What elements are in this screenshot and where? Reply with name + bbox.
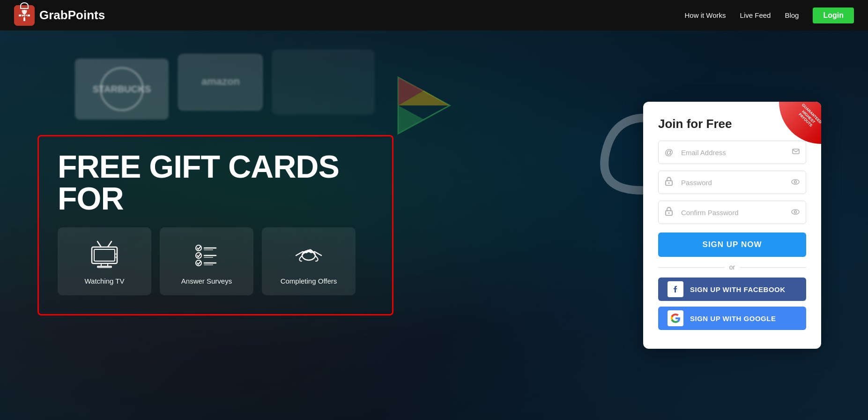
email-input[interactable] [658,141,806,164]
signup-button[interactable]: SIGN UP NOW [658,232,806,257]
email-right-icon [792,148,800,157]
facebook-btn-label: SIGN UP WITH FACEBOOK [690,285,786,293]
svg-point-21 [115,256,117,258]
password-right-icon [791,178,800,187]
activity-label-completing-offers: Completing Offers [281,277,337,285]
svg-point-40 [794,211,797,213]
headline-for: FOR [58,182,124,214]
svg-point-22 [196,245,201,251]
activity-label-watching-tv: Watching TV [84,277,124,285]
svg-text:GP: GP [21,14,28,19]
facebook-icon [668,281,683,297]
activity-card-answer-surveys[interactable]: Answer Surveys [160,227,253,295]
svg-rect-32 [793,149,799,154]
activity-label-answer-surveys: Answer Surveys [181,277,232,285]
logo-area: GP GrabPoints [14,5,105,26]
confirm-password-lock-icon [665,207,673,218]
hero-section: STARBUCKS amazon FREE GIFT CARDS [0,30,868,420]
password-input[interactable] [658,171,806,194]
svg-line-18 [97,241,101,247]
google-icon [668,310,683,326]
login-button[interactable]: Login [813,8,854,23]
svg-point-20 [115,253,117,255]
svg-rect-17 [97,266,111,268]
activity-card-completing-offers[interactable]: Completing Offers [262,227,356,295]
svg-point-28 [196,260,201,266]
signup-section: GUARANTEED HIGHEST PAYOUTS Join for Free… [643,102,821,349]
svg-point-34 [668,182,670,184]
svg-rect-15 [94,249,115,261]
confirm-password-right-icon [791,208,800,217]
email-field-group: @ [658,141,806,164]
logo-icon: GP [14,5,35,26]
or-text: or [729,263,735,271]
guaranteed-badge-text: GUARANTEED HIGHEST PAYOUTS [792,102,821,133]
guaranteed-badge: GUARANTEED HIGHEST PAYOUTS [779,102,821,144]
activity-card-watching-tv[interactable]: Watching TV [58,227,151,295]
email-icon: @ [665,148,673,158]
offers-icon [292,238,325,270]
facebook-signup-button[interactable]: SIGN UP WITH FACEBOOK [658,278,806,301]
svg-point-38 [668,212,670,214]
header: GP GrabPoints How it Works Live Feed Blo… [0,0,868,30]
svg-line-19 [108,241,111,247]
google-btn-label: SIGN UP WITH GOOGLE [690,315,776,322]
svg-point-35 [792,180,799,184]
tv-icon [88,238,121,270]
left-section: FREE GIFT CARDS FOR [37,135,422,315]
nav-live-feed[interactable]: Live Feed [740,11,771,19]
password-field-group [658,171,806,194]
svg-point-39 [792,210,799,214]
or-divider: or [658,263,806,271]
nav-links: How it Works Live Feed Blog Login [684,8,854,23]
google-signup-button[interactable]: SIGN UP WITH GOOGLE [658,307,806,330]
confirm-password-field-group [658,201,806,224]
signup-card: GUARANTEED HIGHEST PAYOUTS Join for Free… [643,102,821,349]
main-content: FREE GIFT CARDS FOR [0,30,868,420]
password-lock-icon [665,177,673,188]
logo-name: GrabPoints [39,8,105,22]
confirm-password-input[interactable] [658,201,806,224]
free-gift-cards-box: FREE GIFT CARDS FOR [37,135,393,315]
svg-point-25 [196,253,201,258]
surveys-icon [190,238,223,270]
svg-point-36 [794,181,797,183]
svg-point-31 [302,251,315,260]
activity-cards: Watching TV [58,227,373,295]
nav-blog[interactable]: Blog [785,11,799,19]
nav-how-it-works[interactable]: How it Works [684,11,726,19]
headline-main: FREE GIFT CARDS [58,150,339,182]
